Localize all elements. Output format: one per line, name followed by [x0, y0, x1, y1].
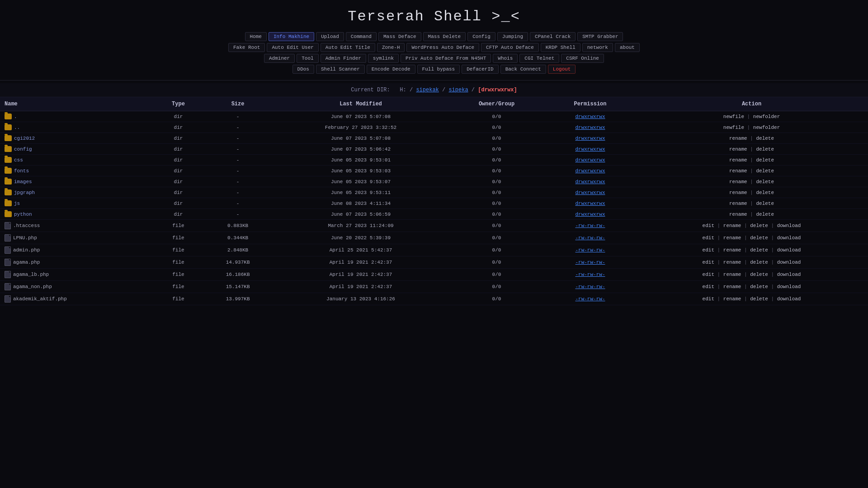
nav-btn-auto-edit-user[interactable]: Auto Edit User — [267, 43, 318, 52]
nav-btn-network[interactable]: network — [582, 43, 613, 52]
file-name[interactable]: . — [14, 114, 17, 119]
file-name[interactable]: config — [14, 147, 32, 152]
nav-btn-adminer[interactable]: Adminer — [264, 54, 295, 63]
nav-btn-back-connect[interactable]: Back Connect — [500, 65, 546, 74]
action-delete[interactable]: delete — [750, 247, 768, 253]
action-delete[interactable]: delete — [750, 235, 768, 241]
action-delete[interactable]: delete — [750, 296, 768, 302]
nav-btn-admin-finder[interactable]: Admin Finder — [321, 54, 366, 63]
file-name[interactable]: jpgraph — [14, 190, 35, 195]
permission-link[interactable]: drwxrwxrwx — [575, 114, 605, 119]
permission-link[interactable]: -rw-rw-rw- — [575, 247, 605, 253]
action-rename[interactable]: rename — [729, 201, 747, 206]
action-delete[interactable]: delete — [756, 212, 774, 217]
action-rename[interactable]: rename — [723, 223, 741, 228]
action-download[interactable]: download — [777, 260, 801, 265]
nav-btn-whois[interactable]: Whois — [493, 54, 518, 63]
action-delete[interactable]: delete — [756, 168, 774, 174]
action-newfolder[interactable]: newfolder — [753, 125, 780, 130]
permission-link[interactable]: drwxrwxrwx — [575, 212, 605, 217]
nav-btn-ddos[interactable]: DDos — [292, 65, 314, 74]
permission-link[interactable]: -rw-rw-rw- — [575, 260, 605, 265]
action-rename[interactable]: rename — [723, 260, 741, 265]
action-delete[interactable]: delete — [750, 272, 768, 277]
permission-link[interactable]: drwxrwxrwx — [575, 201, 605, 206]
action-rename[interactable]: rename — [729, 136, 747, 141]
file-name[interactable]: cgi2012 — [14, 136, 35, 141]
action-download[interactable]: download — [777, 272, 801, 277]
permission-link[interactable]: -rw-rw-rw- — [575, 223, 605, 228]
action-delete[interactable]: delete — [756, 157, 774, 163]
nav-btn-auto-edit-title[interactable]: Auto Edit Title — [321, 43, 375, 52]
action-delete[interactable]: delete — [756, 136, 774, 141]
permission-link[interactable]: -rw-rw-rw- — [575, 235, 605, 241]
action-rename[interactable]: rename — [729, 168, 747, 174]
path-sipekak[interactable]: sipekak — [416, 87, 439, 93]
action-delete[interactable]: delete — [750, 260, 768, 265]
file-name[interactable]: fonts — [14, 168, 29, 174]
permission-link[interactable]: drwxrwxrwx — [575, 125, 605, 130]
action-newfile[interactable]: newfile — [723, 114, 744, 119]
nav-btn-command[interactable]: Command — [346, 32, 377, 41]
nav-btn-zone-h[interactable]: Zone-H — [377, 43, 405, 52]
nav-btn-mass-deface[interactable]: Mass Deface — [378, 32, 421, 41]
action-download[interactable]: download — [777, 284, 801, 289]
action-delete[interactable]: delete — [750, 284, 768, 289]
nav-btn-shell-scanner[interactable]: Shell Scanner — [316, 65, 365, 74]
nav-btn-smtp-grabber[interactable]: SMTP Grabber — [577, 32, 623, 41]
permission-link[interactable]: drwxrwxrwx — [575, 147, 605, 152]
action-edit[interactable]: edit — [703, 235, 714, 241]
permission-link[interactable]: -rw-rw-rw- — [575, 296, 605, 302]
action-download[interactable]: download — [777, 247, 801, 253]
action-rename[interactable]: rename — [729, 157, 747, 163]
action-rename[interactable]: rename — [729, 147, 747, 152]
path-sipeka[interactable]: sipeka — [448, 87, 468, 93]
file-name[interactable]: images — [14, 179, 32, 185]
permission-link[interactable]: drwxrwxrwx — [575, 190, 605, 195]
permission-link[interactable]: -rw-rw-rw- — [575, 284, 605, 289]
action-download[interactable]: download — [777, 223, 801, 228]
action-rename[interactable]: rename — [723, 284, 741, 289]
file-name[interactable]: .. — [14, 125, 20, 130]
permission-link[interactable]: drwxrwxrwx — [575, 168, 605, 174]
action-rename[interactable]: rename — [729, 179, 747, 185]
action-delete[interactable]: delete — [756, 190, 774, 195]
nav-btn-jumping[interactable]: Jumping — [497, 32, 528, 41]
nav-btn-cpanel-crack[interactable]: CPanel Crack — [530, 32, 576, 41]
nav-btn-tool[interactable]: Tool — [297, 54, 318, 63]
action-delete[interactable]: delete — [756, 147, 774, 152]
nav-btn-priv-auto-deface-from-n45ht[interactable]: Priv Auto Deface From N45HT — [401, 54, 491, 63]
permission-link[interactable]: drwxrwxrwx — [575, 157, 605, 163]
action-rename[interactable]: rename — [723, 296, 741, 302]
nav-btn-symlink[interactable]: symlink — [368, 54, 399, 63]
action-rename[interactable]: rename — [723, 247, 741, 253]
action-rename[interactable]: rename — [723, 272, 741, 277]
nav-btn-wordpress-auto-deface[interactable]: WordPress Auto Deface — [406, 43, 479, 52]
action-newfolder[interactable]: newfolder — [753, 114, 780, 119]
action-download[interactable]: download — [777, 235, 801, 241]
nav-btn-mass-delete[interactable]: Mass Delete — [423, 32, 466, 41]
action-rename[interactable]: rename — [729, 190, 747, 195]
action-delete[interactable]: delete — [756, 201, 774, 206]
permission-link[interactable]: -rw-rw-rw- — [575, 272, 605, 277]
permission-link[interactable]: drwxrwxrwx — [575, 179, 605, 185]
action-newfile[interactable]: newfile — [723, 125, 744, 130]
file-name[interactable]: python — [14, 212, 32, 217]
file-name[interactable]: css — [14, 157, 23, 163]
nav-btn-cgi-telnet[interactable]: CGI Telnet — [519, 54, 559, 63]
nav-btn-encode-decode[interactable]: Encode Decode — [367, 65, 415, 74]
action-edit[interactable]: edit — [703, 223, 714, 228]
action-edit[interactable]: edit — [703, 260, 714, 265]
nav-btn-info-makhine[interactable]: Info Makhine — [269, 32, 314, 41]
nav-btn-about[interactable]: about — [615, 43, 640, 52]
action-edit[interactable]: edit — [703, 272, 714, 277]
action-edit[interactable]: edit — [703, 296, 714, 302]
action-delete[interactable]: delete — [750, 223, 768, 228]
nav-btn-csrf-online[interactable]: CSRF Online — [561, 54, 604, 63]
nav-btn-fake-root[interactable]: Fake Root — [228, 43, 265, 52]
action-rename[interactable]: rename — [723, 235, 741, 241]
nav-btn-cftp-auto-deface[interactable]: CFTP Auto Deface — [481, 43, 539, 52]
permission-link[interactable]: drwxrwxrwx — [575, 136, 605, 141]
nav-btn-defacerid[interactable]: DefacerID — [462, 65, 498, 74]
action-download[interactable]: download — [777, 296, 801, 302]
